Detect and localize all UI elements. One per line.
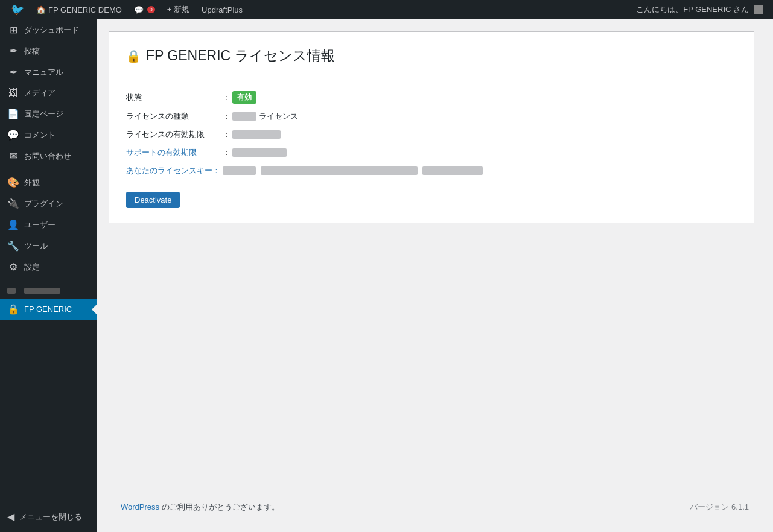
license-expiry-label: ライセンスの有効期限 <box>126 129 223 140</box>
greeting-text: こんにちは、FP GENERIC さん <box>636 4 749 15</box>
sidebar-item-manual[interactable]: ✒ マニュアル <box>0 62 97 83</box>
footer-text: WordPress のご利用ありがとうございます。 <box>121 502 279 513</box>
sidebar-item-label: 設定 <box>24 262 89 273</box>
sidebar-item-plugins[interactable]: 🔌 プラグイン <box>0 193 97 214</box>
page-title: 🔒 FP GENERIC ライセンス情報 <box>126 46 737 75</box>
blurred-label <box>24 288 60 294</box>
site-name-label: FP GENERIC DEMO <box>48 5 122 14</box>
version-text: バージョン 6.1.1 <box>690 502 749 513</box>
license-key-blurred-2 <box>261 166 418 175</box>
license-expiry-blurred <box>232 130 281 139</box>
sidebar-item-media[interactable]: 🖼 メディア <box>0 83 97 103</box>
collapse-label: メニューを閉じる <box>19 511 82 522</box>
sidebar-item-label: 投稿 <box>24 46 89 57</box>
media-icon: 🖼 <box>7 87 19 98</box>
license-type-label: ライセンスの種類 <box>126 111 223 122</box>
home-icon: 🏠 <box>36 5 46 14</box>
sidebar-item-dashboard[interactable]: ⊞ ダッシュボード <box>0 19 97 40</box>
support-expiry-value <box>232 148 287 157</box>
license-type-blurred <box>232 112 256 121</box>
posts-icon: ✒ <box>7 45 19 57</box>
license-info-table: 状態 ： 有効 ライセンスの種類 ： ライセンス <box>126 87 737 180</box>
sidebar-item-label: 固定ページ <box>24 109 89 119</box>
sidebar-item-label: ツール <box>24 241 89 252</box>
license-expiry-colon: ： <box>223 129 232 140</box>
license-key-blurred-1 <box>223 166 256 175</box>
menu-divider <box>0 169 97 169</box>
support-expiry-colon: ： <box>223 147 232 158</box>
sidebar-item-label: コメント <box>24 130 89 141</box>
sidebar-item-label: ユーザー <box>24 220 89 230</box>
lock-icon: 🔒 <box>126 49 141 63</box>
status-colon: ： <box>223 92 232 103</box>
page-title-text: FP GENERIC ライセンス情報 <box>146 46 335 65</box>
support-expiry-row: サポートの有効期限 ： <box>126 144 737 162</box>
license-key-value <box>223 166 483 175</box>
updraftplus-button[interactable]: UpdraftPlus <box>196 0 249 19</box>
status-badge: 有効 <box>232 91 256 104</box>
support-expiry-link[interactable]: サポートの有効期限 <box>126 148 197 157</box>
users-icon: 👤 <box>7 219 19 230</box>
comments-icon: 💬 <box>7 129 19 141</box>
sidebar-item-pages[interactable]: 📄 固定ページ <box>0 103 97 124</box>
license-key-row: あなたのライセンスキー： <box>126 162 737 180</box>
fp-generic-label: FP GENERIC <box>24 305 89 314</box>
content-box: 🔒 FP GENERIC ライセンス情報 状態 ： 有効 ライセンスの種類 ： <box>109 31 754 223</box>
license-type-suffix: ライセンス <box>259 111 298 122</box>
sidebar-item-label: お問い合わせ <box>24 151 89 162</box>
license-expiry-value <box>232 130 281 139</box>
wp-logo-button[interactable]: 🐦 <box>5 0 30 19</box>
sidebar-item-fp-generic[interactable]: 🔒 FP GENERIC <box>0 299 97 320</box>
sidebar-item-label: プラグイン <box>24 198 89 209</box>
wp-logo-icon: 🐦 <box>11 3 24 16</box>
new-content-button[interactable]: + 新規 <box>161 0 196 19</box>
status-label: 状態 <box>126 92 223 103</box>
new-content-label: + 新規 <box>167 4 189 15</box>
footer: WordPress のご利用ありがとうございます。 バージョン 6.1.1 <box>109 495 761 520</box>
sidebar-item-contact[interactable]: ✉ お問い合わせ <box>0 145 97 166</box>
license-key-label: あなたのライセンスキー： <box>126 165 223 176</box>
blurred-icon <box>7 288 16 294</box>
sidebar-item-comments[interactable]: 💬 コメント <box>0 124 97 145</box>
sidebar-item-settings[interactable]: ⚙ 設定 <box>0 256 97 277</box>
avatar[interactable] <box>754 5 763 14</box>
plugins-icon: 🔌 <box>7 198 19 209</box>
comments-button[interactable]: 💬 0 <box>128 0 161 19</box>
sidebar-item-tools[interactable]: 🔧 ツール <box>0 235 97 256</box>
updraftplus-label: UpdraftPlus <box>202 5 243 14</box>
collapse-icon: ◀ <box>7 511 14 522</box>
active-arrow <box>92 305 97 314</box>
license-key-blurred-3 <box>422 166 483 175</box>
adminbar-right: こんにちは、FP GENERIC さん <box>636 4 768 15</box>
menu-spacer <box>0 320 97 506</box>
sidebar-item-appearance[interactable]: 🎨 外観 <box>0 172 97 193</box>
status-value: 有効 <box>232 91 256 104</box>
main-content: 🔒 FP GENERIC ライセンス情報 状態 ： 有効 ライセンスの種類 ： <box>97 19 773 532</box>
sidebar-item-users[interactable]: 👤 ユーザー <box>0 214 97 235</box>
deactivate-button[interactable]: Deactivate <box>126 192 180 208</box>
status-row: 状態 ： 有効 <box>126 87 737 107</box>
admin-bar: 🐦 🏠 FP GENERIC DEMO 💬 0 + 新規 UpdraftPlus… <box>0 0 773 19</box>
wordpress-link[interactable]: WordPress <box>121 502 159 511</box>
sidebar-item-label: ダッシュボード <box>24 25 89 36</box>
footer-thanks: のご利用ありがとうございます。 <box>159 502 279 511</box>
sidebar-blurred-item[interactable] <box>0 283 97 299</box>
sidebar-item-posts[interactable]: ✒ 投稿 <box>0 40 97 62</box>
settings-icon: ⚙ <box>7 261 19 273</box>
tools-icon: 🔧 <box>7 240 19 252</box>
comment-count: 0 <box>147 6 155 13</box>
license-type-colon: ： <box>223 111 232 122</box>
support-expiry-label: サポートの有効期限 <box>126 147 223 158</box>
site-name-button[interactable]: 🏠 FP GENERIC DEMO <box>30 0 128 19</box>
appearance-icon: 🎨 <box>7 177 19 188</box>
fp-generic-icon: 🔒 <box>7 303 19 315</box>
manual-icon: ✒ <box>7 66 19 78</box>
sidebar-item-label: 外観 <box>24 177 89 188</box>
comment-icon: 💬 <box>134 5 144 14</box>
sidebar-item-label: マニュアル <box>24 67 89 78</box>
dashboard-icon: ⊞ <box>7 24 19 36</box>
license-key-link[interactable]: あなたのライセンスキー： <box>126 166 220 175</box>
support-expiry-blurred <box>232 148 287 157</box>
collapse-menu-button[interactable]: ◀ メニューを閉じる <box>0 506 97 527</box>
license-type-row: ライセンスの種類 ： ライセンス <box>126 107 737 125</box>
